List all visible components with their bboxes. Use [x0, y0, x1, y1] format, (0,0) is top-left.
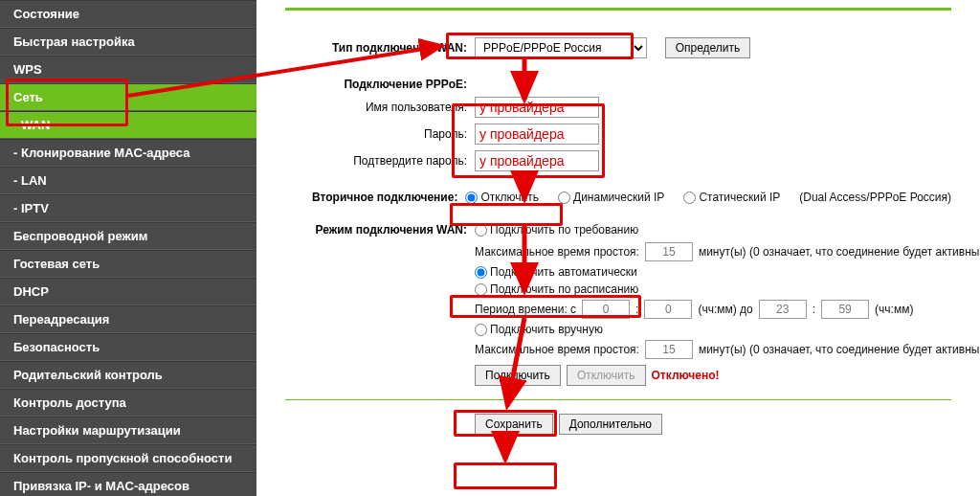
- username-label: Имя пользователя:: [285, 101, 475, 114]
- separator: [285, 399, 951, 400]
- sec-disable-text: Отключить: [480, 191, 539, 204]
- mode-manual-radio[interactable]: [475, 324, 487, 336]
- username-input[interactable]: [475, 97, 599, 118]
- t2m[interactable]: [821, 300, 869, 319]
- sidebar-item[interactable]: - WAN: [0, 111, 256, 139]
- secondary-label: Вторичное подключение:: [285, 191, 465, 204]
- password-label: Пароль:: [285, 127, 475, 141]
- top-accent-bar: [285, 8, 951, 11]
- sidebar-item[interactable]: WPS: [0, 56, 256, 83]
- wan-type-select[interactable]: PPPoE/PPPoE Россия: [475, 37, 647, 58]
- connect-button[interactable]: Подключить: [475, 365, 561, 386]
- sidebar-item[interactable]: Быстрая настройка: [0, 28, 256, 56]
- sidebar-item[interactable]: Безопасность: [0, 333, 256, 361]
- sidebar-item[interactable]: - IPTV: [0, 194, 256, 222]
- sidebar-item[interactable]: Настройки маршрутизации: [0, 417, 256, 444]
- sidebar-item[interactable]: - Клонирование MAC-адреса: [0, 139, 256, 167]
- sec-dynamic-text: Динамический IP: [573, 191, 664, 204]
- sec-static-text: Статический IP: [699, 191, 780, 204]
- mode-auto-radio[interactable]: [475, 266, 487, 279]
- sidebar-item[interactable]: DHCP: [0, 278, 256, 305]
- sidebar-item[interactable]: Контроль пропускной способности: [0, 444, 256, 472]
- password2-label: Подтвердите пароль:: [285, 154, 475, 168]
- password-input[interactable]: [475, 124, 599, 145]
- sec-hint: (Dual Access/PPPoE Россия): [799, 191, 951, 204]
- conn-status: Отключено!: [652, 369, 720, 382]
- wan-mode-label: Режим подключения WAN:: [285, 223, 475, 237]
- password2-input[interactable]: [475, 150, 599, 171]
- detect-button[interactable]: Определить: [665, 37, 751, 58]
- sidebar-item[interactable]: Гостевая сеть: [0, 250, 256, 278]
- t1h[interactable]: [582, 300, 630, 319]
- save-button[interactable]: Сохранить: [475, 414, 553, 435]
- advanced-button[interactable]: Дополнительно: [559, 414, 662, 435]
- mode-sched-radio[interactable]: [475, 283, 487, 296]
- sidebar-item[interactable]: Привязка IP- и MAC-адресов: [0, 472, 256, 496]
- sec-static-radio[interactable]: [683, 192, 696, 204]
- idle1-input[interactable]: [645, 242, 693, 261]
- idle2-input[interactable]: [645, 340, 693, 359]
- wan-type-label: Тип подключения WAN:: [285, 41, 475, 55]
- sidebar-item[interactable]: - LAN: [0, 167, 256, 194]
- sec-dynamic-radio[interactable]: [558, 192, 570, 204]
- mode-ondemand-radio[interactable]: [475, 224, 487, 237]
- main-content: Тип подключения WAN: PPPoE/PPPoE Россия …: [256, 0, 980, 496]
- sec-disable-radio[interactable]: [465, 192, 478, 204]
- pppoe-conn-label: Подключение PPPoE:: [285, 78, 475, 91]
- disconnect-button[interactable]: Отключить: [567, 365, 646, 386]
- sidebar-item[interactable]: Контроль доступа: [0, 389, 256, 417]
- sidebar-item[interactable]: Сеть: [0, 83, 256, 111]
- sidebar-item[interactable]: Переадресация: [0, 305, 256, 333]
- sidebar-item[interactable]: Состояние: [0, 0, 256, 28]
- t2h[interactable]: [759, 300, 807, 319]
- sidebar: СостояниеБыстрая настройкаWPSСеть- WAN- …: [0, 0, 256, 496]
- sidebar-item[interactable]: Беспроводной режим: [0, 222, 256, 250]
- sidebar-item[interactable]: Родительский контроль: [0, 361, 256, 389]
- t1m[interactable]: [644, 300, 692, 319]
